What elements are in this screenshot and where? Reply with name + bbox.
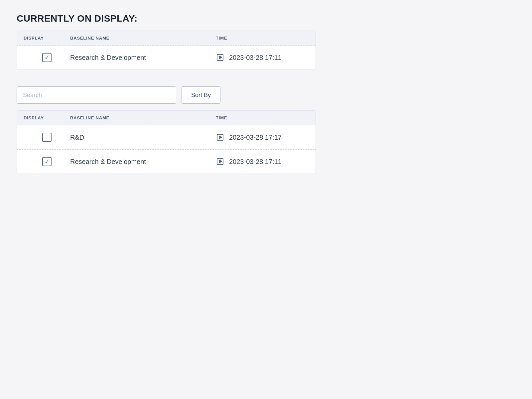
time-cell-2: 2023-03-28 17:17 bbox=[216, 133, 309, 142]
col-baseline-name-2: BASELINE NAME bbox=[70, 115, 216, 120]
search-sort-bar: Sort By bbox=[17, 80, 316, 110]
display-cell-2 bbox=[24, 133, 70, 142]
baselines-table-header: DISPLAY BASELINE NAME TIME bbox=[17, 111, 316, 125]
page-title: CURRENTLY ON DISPLAY: bbox=[17, 13, 515, 24]
search-input[interactable] bbox=[17, 86, 176, 104]
display-cell-3: ✓ bbox=[24, 157, 70, 166]
col-baseline-name-1: BASELINE NAME bbox=[70, 36, 216, 41]
table-row: R&D 2023-03-28 17:17 bbox=[17, 125, 316, 150]
display-cell-1: ✓ bbox=[24, 53, 70, 62]
edit-icon-2[interactable] bbox=[216, 133, 224, 142]
col-time-1: TIME bbox=[216, 36, 309, 41]
time-cell-1: 2023-03-28 17:11 bbox=[216, 53, 309, 62]
time-cell-3: 2023-03-28 17:11 bbox=[216, 157, 309, 166]
table-row: ✓ Research & Development 2023-03-28 17:1… bbox=[17, 46, 316, 69]
col-time-2: TIME bbox=[216, 115, 309, 120]
baselines-table: DISPLAY BASELINE NAME TIME R&D 2023-03-2… bbox=[17, 110, 316, 174]
table-row: ✓ Research & Development 2023-03-28 17:1… bbox=[17, 150, 316, 174]
time-value-2: 2023-03-28 17:17 bbox=[229, 134, 282, 141]
checkbox-checked-1[interactable]: ✓ bbox=[42, 53, 52, 62]
time-value-3: 2023-03-28 17:11 bbox=[229, 158, 282, 166]
currently-on-display-table: DISPLAY BASELINE NAME TIME ✓ Research & … bbox=[17, 31, 316, 70]
col-display-1: DISPLAY bbox=[24, 36, 70, 41]
col-display-2: DISPLAY bbox=[24, 115, 70, 120]
currently-on-display-header: DISPLAY BASELINE NAME TIME bbox=[17, 31, 316, 46]
time-value-1: 2023-03-28 17:11 bbox=[229, 54, 282, 62]
edit-icon-3[interactable] bbox=[216, 157, 224, 166]
checkbox-unchecked-2[interactable] bbox=[42, 133, 52, 142]
baseline-name-cell-1: Research & Development bbox=[70, 54, 216, 62]
edit-icon-1[interactable] bbox=[216, 53, 224, 62]
baseline-name-cell-2: R&D bbox=[70, 134, 216, 141]
baseline-name-cell-3: Research & Development bbox=[70, 158, 216, 166]
checkbox-checked-3[interactable]: ✓ bbox=[42, 157, 52, 166]
sort-by-button[interactable]: Sort By bbox=[182, 86, 220, 104]
